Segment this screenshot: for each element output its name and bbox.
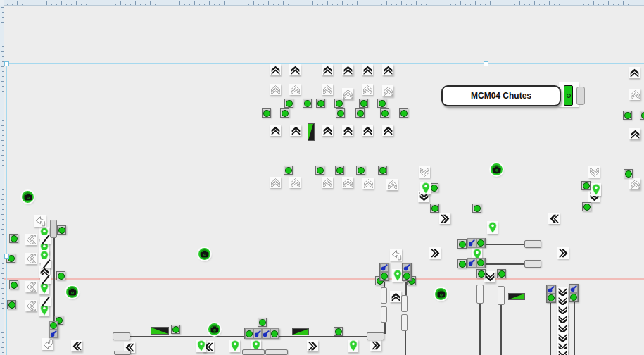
gate-indicator[interactable] [564,85,573,106]
chevron-outline-up-icon[interactable] [362,178,374,189]
level-indicator[interactable] [308,123,315,144]
gate-assembly[interactable] [559,82,584,107]
chevron-up-icon[interactable] [342,125,353,136]
chevron-outline-up-icon[interactable] [386,179,398,190]
status-indicator[interactable] [9,280,18,289]
camera-icon[interactable] [198,248,210,260]
control-group[interactable] [244,328,279,339]
camera-icon[interactable] [435,288,447,300]
conveyor-segment[interactable] [498,286,505,305]
chevron-outline-up-icon[interactable] [289,84,301,95]
conveyor-segment[interactable] [401,314,408,331]
conveyor-endcap[interactable] [265,349,288,355]
status-indicator[interactable] [258,318,267,327]
chevron-outline-up-icon[interactable] [322,84,333,95]
status-indicator[interactable] [336,108,345,118]
camera-icon[interactable] [491,163,503,175]
status-indicator[interactable] [640,111,644,120]
chevron-outline-up-icon[interactable] [629,178,640,189]
chevron-outline-up-icon[interactable] [289,177,301,188]
conveyor-endcap[interactable] [524,240,541,248]
status-indicator[interactable] [497,269,506,278]
chevron-left-icon[interactable] [548,213,560,224]
conveyor-segment[interactable] [381,287,387,304]
conveyor-segment[interactable] [401,295,408,312]
chevron-up-icon[interactable] [390,291,401,302]
designer-canvas[interactable]: MCM04 Chutes [0,0,644,355]
status-indicator[interactable] [359,99,368,108]
slash-marker[interactable] [40,275,51,284]
status-indicator[interactable] [355,108,365,118]
conveyor-endcap[interactable] [367,332,384,340]
status-indicator[interactable] [335,166,344,175]
chevron-outline-left-icon[interactable] [25,281,37,292]
chevron-up-icon[interactable] [362,125,373,136]
status-indicator[interactable] [171,325,180,334]
location-pin-icon[interactable] [229,340,240,352]
chevron-up-icon[interactable] [382,64,393,75]
chevron-outline-down-icon[interactable] [419,166,430,178]
conveyor-endcap[interactable] [113,332,130,340]
status-indicator[interactable] [334,99,343,108]
chevron-up-icon[interactable] [629,67,640,78]
chevron-outline-left-icon[interactable] [25,300,37,311]
chevron-outline-up-icon[interactable] [342,177,353,188]
valve-control-stack[interactable] [379,263,389,281]
conveyor-endcap[interactable] [242,349,265,355]
chevron-down-icon[interactable] [484,271,495,282]
status-indicator[interactable] [476,269,486,278]
location-pin-icon[interactable] [392,269,403,282]
selection-handle[interactable] [484,61,488,66]
chevron-right-icon[interactable] [439,213,450,224]
status-indicator[interactable] [380,108,389,118]
chevron-right-icon[interactable] [370,340,381,351]
conveyor-segment[interactable] [381,306,387,323]
chevron-up-icon[interactable] [362,64,373,75]
status-indicator[interactable] [399,108,408,118]
status-indicator[interactable] [430,204,439,213]
status-indicator[interactable] [378,166,387,175]
chevron-outline-up-icon[interactable] [362,84,373,95]
camera-icon[interactable] [22,191,34,203]
status-indicator[interactable] [315,166,324,175]
level-indicator[interactable] [151,325,169,337]
status-indicator[interactable] [581,181,591,190]
chevron-outline-up-icon[interactable] [342,88,353,99]
status-indicator[interactable] [377,99,386,108]
status-indicator[interactable] [582,202,591,211]
conveyor-segment[interactable] [476,285,484,304]
turn-arrow-icon[interactable] [42,338,53,350]
chevron-up-icon[interactable] [342,64,353,75]
conveyor-endcap[interactable] [114,351,131,355]
conveyor-endcap[interactable] [524,260,541,268]
status-indicator[interactable] [7,300,16,309]
chevron-up-icon[interactable] [290,125,301,136]
location-pin-icon[interactable] [348,340,358,352]
location-pin-icon[interactable] [591,183,601,196]
chevron-outline-up-icon[interactable] [322,177,333,188]
slash-marker[interactable] [40,235,51,244]
chevron-right-icon[interactable] [307,340,318,351]
chevron-outline-down-icon[interactable] [588,166,600,178]
status-indicator[interactable] [56,271,65,280]
status-indicator[interactable] [284,166,293,175]
valve-control-stack[interactable] [402,263,412,281]
valve-control-stack[interactable] [569,284,579,302]
chevron-up-icon[interactable] [629,128,640,139]
status-indicator[interactable] [356,166,365,175]
chevron-left-icon[interactable] [71,340,82,351]
status-indicator[interactable] [9,234,18,243]
chevron-down-icon[interactable] [557,349,568,355]
chevron-up-icon[interactable] [382,125,393,136]
location-pin-icon[interactable] [196,340,206,352]
level-indicator[interactable] [508,290,525,303]
chevron-up-icon[interactable] [322,125,333,136]
chevron-outline-up-icon[interactable] [270,84,281,95]
selection-handle[interactable] [4,254,9,259]
chevron-up-icon[interactable] [289,64,301,75]
status-indicator[interactable] [303,99,312,108]
status-indicator[interactable] [624,169,633,178]
chevron-right-icon[interactable] [557,247,569,259]
chevron-up-icon[interactable] [322,64,333,75]
status-indicator[interactable] [57,225,66,235]
